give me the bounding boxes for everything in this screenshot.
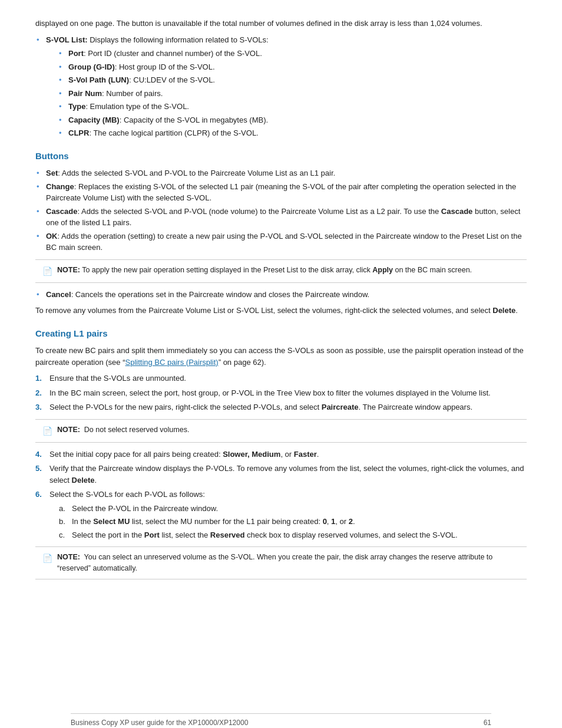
step-3: Select the P-VOLs for the new pairs, rig… [35,401,527,413]
svol-list-label: S-VOL List: Displays the following infor… [46,35,269,44]
svol-path: S-Vol Path (LUN): CU:LDEV of the S-VOL. [58,74,527,86]
svol-list-item: S-VOL List: Displays the following infor… [35,34,527,139]
svol-port: Port: Port ID (cluster and channel numbe… [58,48,527,60]
svol-pair-num: Pair Num: Number of pairs. [58,88,527,100]
note-icon-3: 📄 [42,552,52,565]
creating-l1-intro: To create new BC pairs and split them im… [35,345,527,368]
button-set: Set: Adds the selected S-VOL and P-VOL t… [35,167,527,179]
note-icon-2: 📄 [42,425,52,437]
svol-type: Type: Emulation type of the S-VOL. [58,101,527,113]
pairsplit-link[interactable]: Splitting BC pairs (Pairsplit) [125,358,218,367]
step-1: Ensure that the S-VOLs are unmounted. [35,373,527,384]
step-4: Set the initial copy pace for all pairs … [35,449,527,460]
creating-l1-heading: Creating L1 pairs [35,327,527,341]
note-box-3: 📄 NOTE: You can select an unreserved vol… [35,546,527,579]
button-change: Change: Replaces the existing S-VOL of t… [35,181,527,204]
footer-left: Business Copy XP user guide for the XP10… [71,717,248,728]
remove-volumes-text: To remove any volumes from the Paircreat… [35,305,527,317]
footer-right: 61 [484,717,491,728]
step-6: Select the S-VOLs for each P-VOL as foll… [35,489,527,541]
button-cancel: Cancel: Cancels the operations set in th… [35,289,527,301]
sub-step-a: Select the P-VOL in the Paircreate windo… [59,503,527,515]
step-2: In the BC main screen, select the port, … [35,387,527,399]
note-text-2: NOTE: Do not select reserved volumes. [57,424,189,436]
note-box-1: 📄 NOTE: To apply the new pair operation … [35,259,527,283]
button-cascade: Cascade: Adds the selected S-VOL and P-V… [35,206,527,229]
svol-group: Group (G-ID): Host group ID of the S-VOL… [58,61,527,73]
sub-step-c: Select the port in the Port list, select… [59,529,527,541]
button-ok: OK: Adds the operation (setting) to crea… [35,230,527,253]
buttons-heading: Buttons [35,150,527,163]
svol-clpr: CLPR: The cache logical partition (CLPR)… [58,127,527,139]
step-5: Verify that the Paircreate window displa… [35,463,527,486]
note-icon-1: 📄 [42,265,52,278]
note-text-3: NOTE: You can select an unreserved volum… [57,552,520,574]
note-box-2: 📄 NOTE: Do not select reserved volumes. [35,419,527,443]
page-footer: Business Copy XP user guide for the XP10… [71,713,491,728]
svol-capacity: Capacity (MB): Capacity of the S-VOL in … [58,114,527,126]
intro-para: displayed on one page. The button is una… [35,18,527,29]
sub-step-b: In the Select MU list, select the MU num… [59,516,527,528]
note-text-1: NOTE: To apply the new pair operation se… [57,265,472,276]
